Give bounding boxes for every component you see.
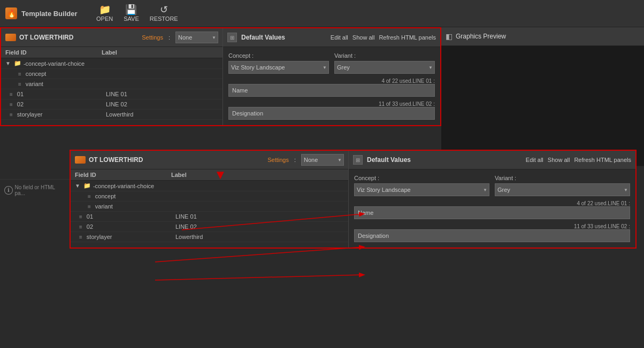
table-row: ≡ 02 LINE 02 [71, 222, 348, 232]
variant-field-label: Variant : [334, 52, 435, 59]
bottom-line02-group: LINE 02 : 11 of 33 used. [354, 223, 630, 242]
bottom-row01-name: 01 [87, 213, 93, 220]
open-button[interactable]: 📁 OPEN [96, 5, 113, 22]
template-name: OT LOWERTHIRD [19, 34, 139, 41]
bottom-line02-input[interactable] [354, 229, 630, 242]
restore-label: RESTORE [150, 16, 178, 22]
concept-variant-row: Concept : Viz Story Landscape ▼ Variant … [228, 52, 435, 74]
lines-icon: ≡ [18, 71, 21, 77]
bottom-concept-row-id: ≡ concept [88, 193, 184, 199]
brand-title: Template Builder [21, 10, 78, 18]
bottom-row02-id: ≡ 02 [79, 223, 175, 230]
table-row: ≡ concept [71, 191, 348, 202]
variant-row-id: ≡ variant [18, 81, 114, 87]
toolbar: 🔥 Template Builder 📁 OPEN 💾 SAVE ↺ RESTO… [0, 0, 644, 27]
bottom-tree-toggle[interactable]: ▼ [75, 183, 80, 189]
table-row: ≡ storylayer Lowerthird [71, 232, 348, 242]
lines-icon: ≡ [10, 91, 13, 97]
storylayer-name: storylayer [17, 111, 43, 118]
edit-all-button[interactable]: Edit all [331, 34, 348, 41]
bottom-settings-select-wrapper[interactable]: None ▼ [301, 154, 344, 166]
settings-select[interactable]: None [175, 32, 218, 43]
dv-content: Concept : Viz Story Landscape ▼ Variant … [223, 47, 440, 125]
root-row-id: ▼ 📁 -concept-variant-choice [5, 60, 102, 67]
bottom-refresh-button[interactable]: Refresh HTML panels [574, 157, 631, 163]
dv-header: ⊞ Default Values Edit all Show all Refre… [223, 28, 440, 47]
bottom-concept-variant-row: Concept : Viz Story Landscape ▼ Variant … [354, 175, 630, 196]
variant-select-wrapper[interactable]: Grey ▼ [334, 61, 435, 74]
table-row: ≡ 02 LINE 02 [1, 99, 223, 110]
restore-icon: ↺ [160, 5, 168, 14]
preview-title: Graphics Preview [456, 33, 506, 40]
lines-icon: ≡ [79, 224, 82, 230]
bottom-template-icon [75, 156, 86, 164]
bottom-section: OT LOWERTHIRD Settings : None ▼ Field ID… [70, 150, 637, 249]
table-row: ≡ concept [1, 69, 223, 79]
bottom-storylayer-label: Lowerthird [175, 234, 344, 240]
restore-button[interactable]: ↺ RESTORE [150, 5, 178, 22]
row01-id: ≡ 01 [10, 91, 106, 97]
lines-icon: ≡ [10, 102, 13, 107]
concept-name: concept [26, 71, 47, 77]
bottom-storylayer-name: storylayer [87, 234, 112, 240]
bottom-edit-all-button[interactable]: Edit all [526, 157, 543, 163]
save-button[interactable]: 💾 SAVE [124, 5, 139, 22]
refresh-button[interactable]: Refresh HTML panels [379, 34, 436, 41]
bottom-dv-icon: ⊞ [353, 155, 363, 165]
save-icon: 💾 [125, 5, 137, 14]
variant-group: Variant : Grey ▼ [334, 52, 435, 74]
bottom-concept-select[interactable]: Viz Story Landscape [354, 183, 489, 196]
line02-input[interactable] [228, 107, 435, 120]
bottom-line01-input[interactable] [354, 206, 630, 219]
line02-usage: 11 of 33 used. [379, 101, 412, 107]
tree-toggle[interactable]: ▼ [5, 60, 11, 66]
bottom-line02-usage: 11 of 33 used. [574, 223, 608, 229]
table-row: ▼ 📁 -concept-variant-choice [71, 181, 348, 191]
top-left-header: OT LOWERTHIRD Settings : None ▼ [1, 28, 223, 47]
brand: 🔥 Template Builder [0, 7, 86, 19]
bottom-root-row-id: ▼ 📁 -concept-variant-choice [75, 182, 171, 189]
lines-icon: ≡ [79, 214, 82, 220]
bottom-variant-field-label: Variant : [495, 175, 630, 181]
bottom-settings-select[interactable]: None [301, 154, 344, 166]
lines-icon: ≡ [88, 194, 91, 199]
bottom-field-id-col: Field ID [75, 172, 171, 178]
lines-icon: ≡ [18, 81, 21, 87]
bottom-dv-title: Default Values [367, 156, 522, 164]
open-icon: 📁 [99, 5, 111, 14]
settings-colon: : [168, 34, 170, 41]
line01-usage: 4 of 22 used. [381, 78, 412, 84]
bottom-left-header: OT LOWERTHIRD Settings : None ▼ [71, 151, 348, 169]
root-row-name: -concept-variant-choice [24, 60, 85, 67]
table-row: ≡ storylayer Lowerthird [1, 110, 223, 120]
line01-input[interactable] [228, 84, 435, 97]
concept-group: Concept : Viz Story Landscape ▼ [228, 52, 329, 74]
preview-header: ◧ Graphics Preview [441, 27, 644, 46]
concept-select[interactable]: Viz Story Landscape [228, 61, 329, 74]
row01-label: LINE 01 [106, 91, 218, 97]
info-bar: ℹ No field or HTML pa... [0, 179, 70, 200]
bottom-show-all-button[interactable]: Show all [548, 157, 570, 163]
top-panel-inner: OT LOWERTHIRD Settings : None ▼ Field ID… [1, 28, 440, 125]
variant-select[interactable]: Grey [334, 61, 435, 74]
lines-icon: ≡ [10, 112, 13, 118]
dv-icon: ⊞ [227, 33, 237, 42]
row02-label: LINE 02 [106, 101, 218, 107]
row02-id: ≡ 02 [10, 101, 106, 107]
bottom-right-panel: ⊞ Default Values Edit all Show all Refre… [349, 151, 635, 248]
bottom-concept-select-wrapper[interactable]: Viz Story Landscape ▼ [354, 183, 489, 196]
bottom-concept-group: Concept : Viz Story Landscape ▼ [354, 175, 489, 196]
top-panel-container: OT LOWERTHIRD Settings : None ▼ Field ID… [0, 27, 441, 126]
bottom-variant-select[interactable]: Grey [495, 183, 630, 196]
svg-line-0 [155, 247, 364, 262]
bottom-variant-select-wrapper[interactable]: Grey ▼ [495, 183, 630, 196]
bottom-dv-content: Concept : Viz Story Landscape ▼ Variant … [349, 169, 635, 248]
line02-group: LINE 02 : 11 of 33 used. [228, 101, 435, 120]
storylayer-row-id: ≡ storylayer [10, 111, 106, 118]
settings-select-wrapper[interactable]: None ▼ [175, 32, 218, 43]
show-all-button[interactable]: Show all [352, 34, 375, 41]
bottom-inner: OT LOWERTHIRD Settings : None ▼ Field ID… [71, 151, 635, 248]
bottom-line01-group: LINE 01 : 4 of 22 used. [354, 200, 630, 219]
dv-title: Default Values [241, 34, 326, 41]
concept-select-wrapper[interactable]: Viz Story Landscape ▼ [228, 61, 329, 74]
